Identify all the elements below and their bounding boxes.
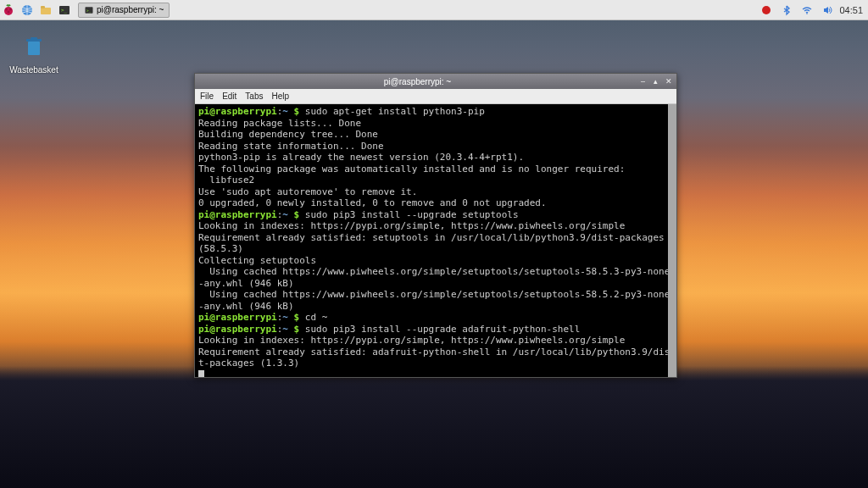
menu-help[interactable]: Help	[271, 92, 289, 101]
svg-rect-13	[28, 42, 40, 55]
record-icon[interactable]	[759, 3, 774, 18]
window-maximize-button[interactable]: ▴	[650, 76, 661, 87]
menu-file[interactable]: File	[200, 92, 214, 101]
scrollbar-thumb[interactable]	[668, 104, 676, 377]
web-browser-icon[interactable]	[19, 3, 35, 18]
window-titlebar[interactable]: pi@raspberrypi: ~ – ▴ ✕	[195, 74, 676, 89]
svg-rect-6	[41, 6, 45, 8]
clock[interactable]: 04:51	[839, 5, 863, 15]
top-panel: >_ >_ pi@raspberrypi: ~ 04:51	[0, 0, 868, 20]
svg-point-11	[762, 6, 771, 14]
trash-icon	[8, 34, 59, 65]
terminal-content[interactable]: pi@raspberrypi:~ $ sudo apt-get install …	[195, 104, 676, 377]
window-close-button[interactable]: ✕	[663, 76, 674, 87]
terminal-scrollbar[interactable]	[668, 104, 676, 377]
svg-rect-15	[31, 37, 37, 40]
window-minimize-button[interactable]: –	[637, 76, 648, 87]
file-manager-icon[interactable]	[38, 3, 53, 18]
svg-point-12	[807, 13, 809, 14]
wastebasket-icon[interactable]: Wastebasket	[8, 34, 59, 75]
raspberry-menu-icon[interactable]	[1, 3, 16, 18]
menu-edit[interactable]: Edit	[222, 92, 236, 101]
terminal-window: pi@raspberrypi: ~ – ▴ ✕ File Edit Tabs H…	[194, 73, 677, 378]
volume-icon[interactable]	[820, 3, 835, 18]
svg-point-3	[8, 10, 10, 13]
taskbar-app-terminal[interactable]: >_ pi@raspberrypi: ~	[78, 3, 170, 18]
window-title: pi@raspberrypi: ~	[198, 77, 637, 86]
bluetooth-icon[interactable]	[779, 3, 794, 18]
svg-point-1	[5, 8, 8, 10]
terminal-quick-icon[interactable]: >_	[57, 3, 72, 18]
wastebasket-label: Wastebasket	[8, 65, 59, 75]
svg-rect-5	[41, 8, 51, 14]
taskbar-app-label: pi@raspberrypi: ~	[97, 5, 164, 14]
svg-text:>_: >_	[61, 7, 68, 14]
wifi-icon[interactable]	[799, 3, 815, 18]
menu-tabs[interactable]: Tabs	[245, 92, 263, 101]
svg-point-2	[9, 8, 12, 10]
terminal-menubar: File Edit Tabs Help	[195, 89, 676, 104]
